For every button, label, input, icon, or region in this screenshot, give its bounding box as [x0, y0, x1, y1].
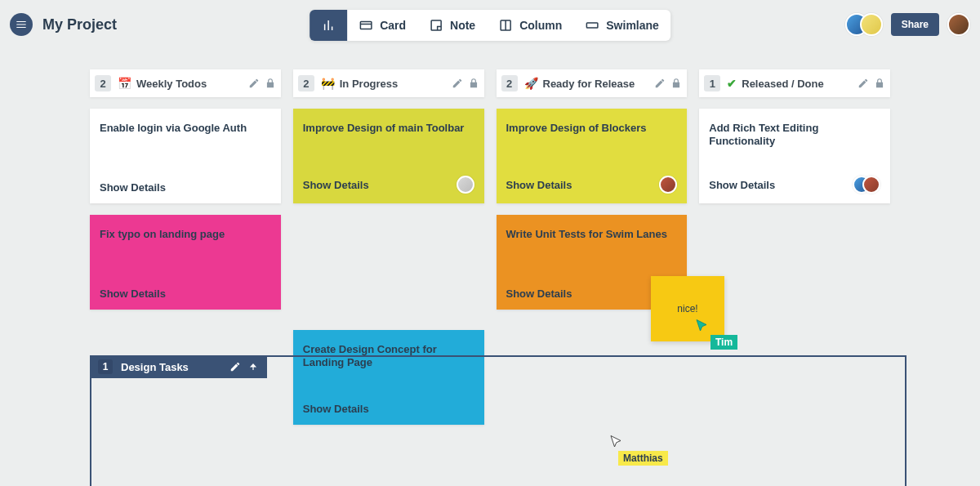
calendar-icon: 📅 [118, 77, 131, 90]
toolbar-card-label: Card [380, 19, 406, 32]
svg-rect-0 [360, 22, 372, 29]
column-title: 🚧 In Progress [321, 77, 445, 90]
assignee-avatar[interactable] [659, 176, 677, 194]
toolbar-chart[interactable] [310, 10, 347, 41]
menu-button[interactable] [10, 13, 33, 36]
construction-icon: 🚧 [321, 77, 335, 90]
card-title: Write Unit Tests for Swim Lanes [506, 228, 678, 241]
hamburger-icon [16, 19, 27, 30]
view-toolbar: Card Note Column Swimlane [310, 10, 670, 41]
move-icon[interactable] [247, 361, 259, 372]
column-title: 📅 Weekly Todos [118, 77, 242, 90]
note-text: nice! [677, 303, 697, 314]
project-title[interactable]: My Project [42, 16, 117, 33]
card-title: Add Rich Text Editing Functionality [709, 122, 880, 149]
toolbar-swimlane-label: Swimlane [606, 19, 659, 32]
svg-rect-3 [587, 23, 599, 28]
lock-icon[interactable] [670, 78, 682, 89]
edit-icon[interactable] [654, 78, 666, 89]
edit-icon[interactable] [858, 78, 869, 89]
show-details-link[interactable]: Show Details [100, 181, 166, 194]
show-details-link[interactable]: Show Details [506, 288, 572, 300]
toolbar-column[interactable]: Column [487, 10, 573, 41]
column-title-text: Weekly Todos [136, 78, 207, 90]
cursor-matthias: Matthias [608, 435, 668, 466]
cursor-tim: Tim [694, 319, 737, 350]
cursor-label: Matthias [618, 451, 668, 466]
swimlane-count: 1 [98, 359, 113, 374]
column-count: 2 [501, 75, 518, 91]
column-count: 1 [704, 75, 720, 91]
card[interactable]: Create Design Concept for Landing Page S… [293, 330, 484, 425]
column-title-text: Released / Done [742, 78, 823, 90]
avatar [860, 13, 883, 36]
column-icon [498, 18, 513, 33]
show-details-link[interactable]: Show Details [100, 288, 166, 300]
column-title-text: In Progress [340, 78, 399, 90]
toolbar-swimlane[interactable]: Swimlane [573, 10, 670, 41]
toolbar-card[interactable]: Card [347, 10, 417, 41]
swimlane-title: Design Tasks [121, 361, 189, 373]
show-details-link[interactable]: Show Details [506, 179, 572, 191]
collaborator-avatars[interactable] [845, 13, 883, 36]
show-details-link[interactable]: Show Details [303, 403, 369, 415]
card[interactable]: Add Rich Text Editing Functionality Show… [699, 109, 890, 203]
column-count: 2 [298, 75, 314, 91]
cursor-label: Tim [710, 335, 737, 350]
column-header[interactable]: 2 📅 Weekly Todos [90, 69, 281, 97]
card-title: Fix typo on landing page [100, 228, 271, 241]
swimlane-actions [229, 361, 259, 372]
lock-icon[interactable] [874, 78, 885, 89]
share-button[interactable]: Share [891, 13, 939, 36]
card-title: Enable login via Google Auth [100, 122, 271, 135]
column-title: ✔ Released / Done [727, 77, 851, 90]
swimlane-header[interactable]: 1 Design Tasks [90, 355, 267, 378]
topbar-right: Share [845, 13, 970, 36]
column-actions [858, 78, 885, 89]
toolbar-note[interactable]: Note [417, 10, 487, 41]
column-in-progress: 2 🚧 In Progress Improve Design of main T… [293, 69, 484, 425]
card-title: Create Design Concept for Landing Page [303, 343, 474, 370]
check-icon: ✔ [727, 77, 737, 90]
card-icon [359, 18, 373, 33]
edit-icon[interactable] [248, 78, 260, 89]
card[interactable]: Improve Design of main Toolbar Show Deta… [293, 109, 484, 203]
toolbar-note-label: Note [450, 19, 475, 32]
column-header[interactable]: 2 🚀 Ready for Release [497, 69, 688, 97]
cursor-icon [608, 435, 623, 449]
show-details-link[interactable]: Show Details [303, 179, 369, 191]
edit-icon[interactable] [452, 78, 463, 89]
card-title: Improve Design of Blockers [506, 122, 678, 135]
column-title: 🚀 Ready for Release [524, 77, 648, 90]
toolbar-column-label: Column [519, 19, 562, 32]
column-header[interactable]: 1 ✔ Released / Done [699, 69, 890, 97]
show-details-link[interactable]: Show Details [709, 179, 775, 191]
lock-icon[interactable] [265, 78, 276, 89]
swimlane-icon [585, 18, 599, 33]
column-ready-for-release: 2 🚀 Ready for Release Improve Design of … [497, 69, 688, 425]
svg-rect-1 [431, 20, 441, 30]
edit-icon[interactable] [229, 361, 241, 372]
column-actions [654, 78, 682, 89]
current-user-avatar[interactable] [947, 13, 970, 36]
note-icon [429, 18, 443, 33]
column-header[interactable]: 2 🚧 In Progress [293, 69, 484, 97]
lock-icon[interactable] [468, 78, 479, 89]
card[interactable]: Improve Design of Blockers Show Details [497, 109, 688, 203]
cursor-icon [694, 319, 709, 333]
card[interactable]: Enable login via Google Auth Show Detail… [90, 109, 281, 203]
card-title: Improve Design of main Toolbar [303, 122, 474, 135]
top-bar: My Project Card Note Column Swimlane Sha… [0, 0, 980, 49]
assignee-avatar[interactable] [457, 176, 474, 194]
column-count: 2 [95, 75, 111, 91]
chart-icon [321, 18, 336, 33]
card[interactable]: Fix typo on landing page Show Details [90, 215, 281, 310]
rocket-icon: 🚀 [524, 77, 538, 90]
column-actions [452, 78, 479, 89]
assignee-avatar[interactable] [862, 176, 880, 194]
column-actions [248, 78, 276, 89]
column-released-done: 1 ✔ Released / Done Add Rich Text Editin… [699, 69, 890, 425]
column-title-text: Ready for Release [543, 78, 635, 90]
